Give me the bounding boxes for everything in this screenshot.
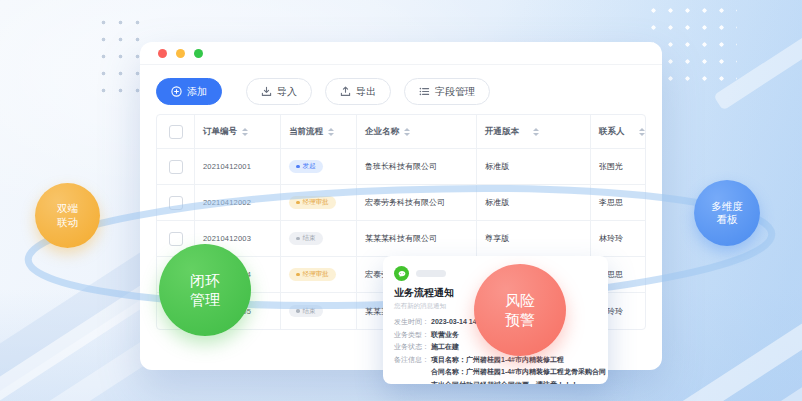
header-order-no: 订单编号 <box>195 115 281 149</box>
header-label: 订单编号 <box>203 126 237 138</box>
export-button[interactable]: 导出 <box>325 78 391 105</box>
checkbox-cell <box>157 149 195 185</box>
sender-placeholder <box>416 270 446 277</box>
header-label: 联系人 <box>599 126 625 138</box>
process-status-badge: 经理审批 <box>289 268 336 281</box>
notification-field: 备注信息： 项目名称：广州碧桂园1-4#市内精装修工程 合同名称：广州碧桂园1-… <box>394 354 597 385</box>
header-company: 企业名称 <box>357 115 477 149</box>
corner-stripe <box>0 282 156 401</box>
wechat-chat-icon <box>394 266 409 281</box>
status-dot-icon <box>296 237 300 241</box>
bubble-text: 管理 <box>190 290 220 309</box>
row-checkbox[interactable] <box>169 232 183 246</box>
bubble-text: 预警 <box>505 310 535 329</box>
window-titlebar <box>140 42 662 65</box>
bubble-text: 联动 <box>57 216 78 230</box>
checkbox-cell <box>157 185 195 221</box>
upload-icon <box>340 86 351 97</box>
corner-stripe <box>703 304 802 401</box>
header-checkbox-cell <box>157 115 195 149</box>
badge-label: 经理审批 <box>303 199 329 206</box>
row-checkbox[interactable] <box>169 160 183 174</box>
header-contact: 联系人 <box>591 115 646 149</box>
bubble-text: 双端 <box>57 202 78 216</box>
status-dot-icon <box>296 201 300 205</box>
cell-process: 经理审批 <box>281 257 357 293</box>
bubble-text: 看板 <box>717 213 738 227</box>
header-label: 开通版本 <box>485 126 519 138</box>
feature-bubble-dashboard: 多维度 看板 <box>694 180 760 246</box>
field-label: 发生时间： <box>394 316 431 329</box>
feature-bubble-risk-warning: 风险 预警 <box>474 264 566 356</box>
cell-process: 经理审批 <box>281 185 357 221</box>
window-close-button[interactable] <box>158 49 167 58</box>
remark-line: 支出合同付款已经超过合同收票，请注意！！！ <box>431 379 606 385</box>
sort-icon[interactable] <box>639 128 645 136</box>
header-label: 企业名称 <box>365 126 399 138</box>
cell-contact: 林玲玲 <box>591 221 646 257</box>
cell-order-no: 20210412001 <box>195 149 281 185</box>
plus-circle-icon <box>171 86 182 97</box>
feature-bubble-closed-loop: 闭环 管理 <box>159 244 251 336</box>
list-icon <box>419 86 430 97</box>
cell-contact: 李思思 <box>591 185 646 221</box>
bubble-text: 多维度 <box>711 200 743 214</box>
bubble-text: 风险 <box>505 291 535 310</box>
cell-company: 宏泰劳务科技有限公司 <box>357 185 477 221</box>
badge-label: 结束 <box>303 308 316 315</box>
cell-order-no: 20210412002 <box>195 185 281 221</box>
table-header-row: 订单编号 当前流程 企业名称 开通版本 联系人 <box>157 115 645 149</box>
badge-label: 经理审批 <box>303 271 329 278</box>
illustration-canvas: 添加 导入 导出 字段管理 <box>0 0 802 401</box>
corner-stripe <box>664 266 802 401</box>
process-status-badge: 结束 <box>289 232 323 245</box>
cell-company: 某某某科技有限公司 <box>357 221 477 257</box>
export-button-label: 导出 <box>356 85 376 99</box>
sort-icon[interactable] <box>533 128 539 136</box>
header-label: 当前流程 <box>289 126 323 138</box>
cell-contact: 张国光 <box>591 149 646 185</box>
status-dot-icon <box>296 309 300 313</box>
field-label: 业务类型： <box>394 329 431 342</box>
table-row: 20210412002 经理审批 宏泰劳务科技有限公司 标准版 李思思 <box>157 185 645 221</box>
status-dot-icon <box>296 273 300 277</box>
import-button-label: 导入 <box>277 85 297 99</box>
sort-icon[interactable] <box>328 128 334 136</box>
row-checkbox[interactable] <box>169 196 183 210</box>
badge-label: 结束 <box>303 235 316 242</box>
process-status-badge: 结束 <box>289 305 323 318</box>
add-button-label: 添加 <box>187 85 207 99</box>
field-management-button[interactable]: 字段管理 <box>404 78 490 105</box>
cell-process: 结束 <box>281 221 357 257</box>
add-button[interactable]: 添加 <box>156 78 222 105</box>
process-status-badge: 发起 <box>289 160 323 173</box>
header-process: 当前流程 <box>281 115 357 149</box>
header-version: 开通版本 <box>477 115 591 149</box>
cell-process: 发起 <box>281 149 357 185</box>
cell-process: 结束 <box>281 293 357 329</box>
window-minimize-button[interactable] <box>176 49 185 58</box>
sort-icon[interactable] <box>404 128 410 136</box>
download-icon <box>261 86 272 97</box>
table-row: 20210412001 发起 鲁班长科技有限公司 标准版 张国光 <box>157 149 645 185</box>
cell-version: 标准版 <box>477 149 591 185</box>
process-status-badge: 经理审批 <box>289 196 336 209</box>
toolbar: 添加 导入 导出 字段管理 <box>140 65 662 105</box>
sort-icon[interactable] <box>242 128 248 136</box>
import-button[interactable]: 导入 <box>246 78 312 105</box>
cell-company: 鲁班长科技有限公司 <box>357 149 477 185</box>
status-dot-icon <box>296 165 300 169</box>
bubble-text: 闭环 <box>190 271 220 290</box>
remark-line: 合同名称：广州碧桂园1-4#市内精装修工程龙骨采购合同 <box>431 366 606 379</box>
field-label: 业务状态： <box>394 341 431 354</box>
cell-version: 尊享版 <box>477 221 591 257</box>
corner-stripe <box>713 0 802 111</box>
cell-version: 标准版 <box>477 185 591 221</box>
field-label: 备注信息： <box>394 354 431 385</box>
select-all-checkbox[interactable] <box>169 125 183 139</box>
field-value-group: 项目名称：广州碧桂园1-4#市内精装修工程 合同名称：广州碧桂园1-4#市内精装… <box>431 354 606 385</box>
feature-bubble-dual-link: 双端 联动 <box>35 183 100 248</box>
field-management-button-label: 字段管理 <box>435 85 475 99</box>
window-maximize-button[interactable] <box>194 49 203 58</box>
badge-label: 发起 <box>303 163 316 170</box>
